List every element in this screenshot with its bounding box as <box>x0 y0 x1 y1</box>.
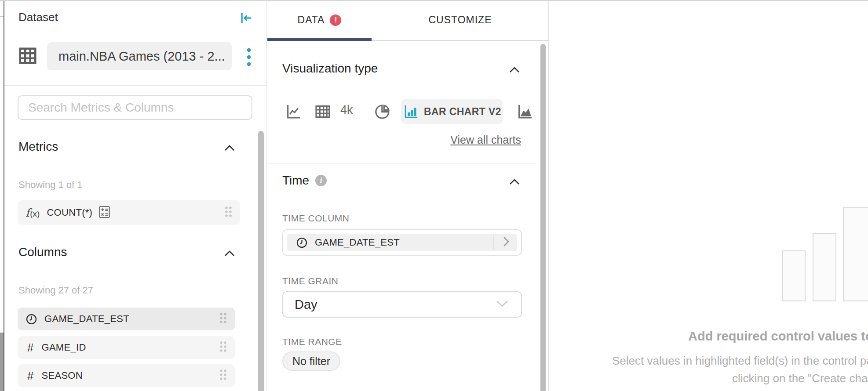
edge-divider <box>0 16 4 17</box>
metrics-showing-count: Showing 1 of 1 <box>18 179 83 191</box>
empty-state-title: Add required control values to preview c… <box>688 329 868 344</box>
view-all-charts-link[interactable]: View all charts <box>450 134 521 146</box>
control-panel-tabbar: DATA ! CUSTOMIZE <box>267 0 549 41</box>
area-chart-icon[interactable] <box>516 103 534 122</box>
time-column-value-pill[interactable]: GAME_DATE_EST <box>287 234 517 251</box>
time-range-value: No filter <box>292 355 330 368</box>
hash-icon: # <box>27 341 33 355</box>
empty-state-text-line1: Select values in highlighted field(s) in… <box>612 354 868 368</box>
metrics-collapse-icon[interactable] <box>223 144 236 152</box>
viz-type-collapse-icon[interactable] <box>508 66 521 74</box>
function-icon: f(x) <box>26 206 40 219</box>
column-label: GAME_ID <box>41 342 86 353</box>
drag-handle-icon[interactable] <box>219 369 228 383</box>
time-grain-select[interactable]: Day <box>282 291 522 318</box>
viz-selected-bar-chart-v2[interactable]: BAR CHART V2 <box>401 99 503 124</box>
metrics-header: Metrics <box>18 140 58 154</box>
error-badge-icon: ! <box>330 14 341 26</box>
empty-state-text-line2: clicking on the "Create chart" button. <box>732 372 868 385</box>
time-grain-label: TIME GRAIN <box>282 276 339 286</box>
viz-selected-label: BAR CHART V2 <box>424 106 501 118</box>
explore-page: Dataset main.NBA Games (2013 - 2... M <box>0 0 868 391</box>
column-item-game-id[interactable]: # GAME_ID <box>18 336 235 359</box>
time-grain-value: Day <box>295 297 317 312</box>
control-panel-scrollbar[interactable] <box>540 44 546 391</box>
column-item-season[interactable]: # SEASON <box>18 364 235 387</box>
big-number-icon[interactable]: 4k <box>340 103 353 117</box>
dataset-table-icon <box>18 46 38 68</box>
column-item-game-date-est[interactable]: GAME_DATE_EST <box>18 308 235 330</box>
info-icon[interactable]: i <box>315 175 327 186</box>
placeholder-bar-1 <box>782 250 806 301</box>
bar-chart-icon <box>403 103 419 120</box>
clock-icon <box>26 313 37 325</box>
time-range-value-pill[interactable]: No filter <box>282 351 340 371</box>
drag-handle-icon[interactable] <box>224 206 233 220</box>
drag-handle-icon[interactable] <box>219 340 228 355</box>
dataset-panel: Dataset main.NBA Games (2013 - 2... M <box>4 0 267 391</box>
window-top-border <box>0 0 868 1</box>
metric-label: COUNT(*) <box>47 207 92 218</box>
chart-area: Add required control values to preview c… <box>549 0 868 391</box>
columns-header: Columns <box>18 245 67 259</box>
drag-handle-icon[interactable] <box>219 312 228 326</box>
time-section-collapse-icon[interactable] <box>508 178 521 186</box>
viz-type-header: Visualization type <box>282 62 378 76</box>
tab-data-label: DATA <box>298 14 325 26</box>
tab-data[interactable]: DATA ! <box>267 0 372 40</box>
placeholder-bar-3 <box>843 207 868 301</box>
pill-separator <box>493 235 494 250</box>
time-section-header: Time i <box>282 174 327 188</box>
dataset-divider <box>4 85 267 86</box>
tab-customize[interactable]: CUSTOMIZE <box>372 0 549 40</box>
calculator-icon <box>98 206 110 220</box>
dataset-panel-scrollbar[interactable] <box>258 131 264 391</box>
columns-collapse-icon[interactable] <box>223 250 236 257</box>
window-edge <box>0 0 4 391</box>
dataset-more-menu-icon[interactable] <box>246 47 252 68</box>
viz-type-options: 4k BAR CHART V2 <box>267 99 549 124</box>
dataset-name-pill[interactable]: main.NBA Games (2013 - 2... <box>47 42 232 70</box>
tab-customize-label: CUSTOMIZE <box>428 14 492 26</box>
dataset-name: main.NBA Games (2013 - 2... <box>58 49 225 64</box>
chevron-right-icon[interactable] <box>502 235 511 250</box>
chevron-down-icon <box>496 300 509 310</box>
time-column-value: GAME_DATE_EST <box>315 237 400 248</box>
search-input[interactable] <box>18 95 252 120</box>
pie-chart-icon[interactable] <box>374 103 391 122</box>
active-tab-indicator <box>267 38 372 41</box>
time-range-label: TIME RANGE <box>282 337 342 347</box>
hash-icon: # <box>27 369 33 383</box>
metric-item-count[interactable]: f(x) COUNT(*) <box>18 200 240 225</box>
collapse-panel-icon[interactable] <box>239 11 254 25</box>
line-chart-icon[interactable] <box>285 103 303 122</box>
clock-icon <box>296 237 308 249</box>
columns-showing-count: Showing 27 of 27 <box>18 285 93 296</box>
dataset-panel-title: Dataset <box>18 11 58 24</box>
column-label: SEASON <box>41 370 83 381</box>
table-chart-icon[interactable] <box>314 103 332 122</box>
control-panel: DATA ! CUSTOMIZE Visualization type <box>267 0 549 391</box>
time-column-label: TIME COLUMN <box>282 213 350 224</box>
time-column-control[interactable]: GAME_DATE_EST <box>282 229 522 256</box>
placeholder-bar-2 <box>813 233 836 301</box>
column-label: GAME_DATE_EST <box>44 313 129 325</box>
edge-bottom-block <box>0 333 4 391</box>
section-divider <box>267 163 536 164</box>
